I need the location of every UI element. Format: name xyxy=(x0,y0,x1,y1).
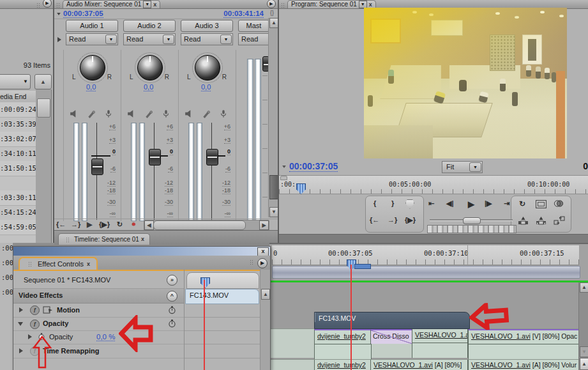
table-row[interactable]: :00 xyxy=(1,274,13,281)
table-row[interactable]: :00 xyxy=(1,288,13,296)
opacity-value[interactable]: 0,0 % xyxy=(96,333,115,341)
show-hide-effects-button[interactable]: » xyxy=(167,275,177,286)
panel-grip-icon[interactable] xyxy=(56,3,61,8)
close-icon[interactable]: x xyxy=(87,261,90,267)
timeline-ruler[interactable]: 0 00:00:37:05 00:00:37:10 00:00:37:15 xyxy=(272,245,579,265)
tab-audio-mixer[interactable]: Audio Mixer: Sequence 01 ▼ x xyxy=(63,0,160,8)
go-prev-edit-button[interactable]: ⇤ xyxy=(428,199,434,208)
mixer-current-timecode[interactable]: 00:00:37:05 xyxy=(63,10,103,18)
scrollbar-thumb[interactable] xyxy=(269,175,278,199)
timeline-clip[interactable]: VESHALOVO_1.avi [A] [80%] xyxy=(370,360,468,370)
mixer-h-scrollbar[interactable]: ◀ ▶ xyxy=(144,220,269,231)
dropdown-arrow-icon[interactable]: ▼ xyxy=(105,35,117,44)
project-scroll-up-button[interactable]: ▲ xyxy=(34,74,52,89)
trim-icon[interactable] xyxy=(554,216,565,225)
table-row[interactable]: :31:50:15 xyxy=(0,161,36,176)
timeline-clip[interactable]: VESHALOVO_1.avi [A] [80%] Volur xyxy=(468,360,580,370)
scroll-up-button[interactable]: ▲ xyxy=(269,18,278,28)
extract-icon[interactable] xyxy=(536,216,547,225)
panel-grip-icon[interactable] xyxy=(250,259,254,265)
loop-button[interactable]: ↻ xyxy=(519,199,525,208)
pan-value[interactable]: 0,0 xyxy=(144,83,153,91)
fader-track[interactable] xyxy=(211,123,212,220)
close-icon[interactable]: x xyxy=(153,1,156,8)
fx-section-video-effects[interactable]: Video Effects ^ xyxy=(13,289,184,304)
timeline-clip[interactable]: VESHALOVO_1.a xyxy=(412,329,468,358)
work-area-bar[interactable] xyxy=(272,266,580,279)
go-next-edit-button[interactable]: ⇥ xyxy=(504,199,509,208)
safe-margins-icon[interactable] xyxy=(536,200,547,208)
expand-triangle-icon[interactable] xyxy=(19,348,23,353)
expand-triangle-icon[interactable] xyxy=(19,307,23,312)
project-column-header[interactable]: edia End xyxy=(0,91,36,103)
jog-wheel[interactable] xyxy=(427,225,516,233)
fx-enabled-icon[interactable]: ƒ xyxy=(30,320,40,329)
fader-track[interactable] xyxy=(154,123,155,220)
timeline-scrollbar[interactable]: ▲ ▼ ▲ xyxy=(578,282,588,370)
track-name-button[interactable]: Audio 3 xyxy=(181,20,233,32)
mute-track-icon[interactable] xyxy=(70,109,79,118)
timeline-clip[interactable]: dvijenie_tumby2 xyxy=(314,329,372,359)
shuttle-slider[interactable] xyxy=(430,217,513,222)
automation-mode-select[interactable]: Read ▼ xyxy=(66,33,118,45)
go-to-out-button[interactable]: →} xyxy=(388,216,397,224)
go-to-in-button[interactable]: {← xyxy=(370,216,379,224)
play-in-to-out-button[interactable]: {▶} xyxy=(99,220,110,229)
stopwatch-icon[interactable] xyxy=(168,305,176,314)
marker-icon[interactable] xyxy=(405,199,414,209)
table-row[interactable]: :03:30:114 xyxy=(0,190,36,206)
output-settings-icon[interactable] xyxy=(554,199,564,208)
pan-knob-cap[interactable] xyxy=(137,55,163,81)
dropdown-arrow-icon[interactable]: ▼ xyxy=(163,35,174,44)
record-track-icon[interactable] xyxy=(104,109,113,118)
scroll-right-button[interactable]: ▶ xyxy=(259,220,269,230)
set-out-point-button[interactable]: } xyxy=(391,199,394,207)
timeline-transition-cross-dissolve[interactable]: Cross Disso xyxy=(370,329,413,344)
table-row[interactable]: :33:02:07 xyxy=(0,132,36,147)
collapse-triangle-icon[interactable] xyxy=(18,322,23,326)
dropdown-arrow-icon[interactable]: ▼ xyxy=(143,1,151,8)
table-row[interactable]: :54:59:05 xyxy=(0,220,36,235)
pan-knob[interactable] xyxy=(77,52,108,83)
go-to-in-button[interactable]: {← xyxy=(56,220,66,228)
window-titlebar[interactable]: x xyxy=(13,247,270,256)
table-row[interactable]: :00 xyxy=(1,244,13,252)
project-panel-menu-button[interactable]: ▶ xyxy=(43,0,52,8)
scrollbar-thumb[interactable] xyxy=(153,220,246,230)
fx-row-motion[interactable]: ƒ Motion xyxy=(13,304,184,318)
table-row[interactable]: :34:10:11 xyxy=(0,146,36,162)
pan-value[interactable]: 0,0 xyxy=(86,83,96,91)
play-button[interactable]: ▶ xyxy=(87,220,92,229)
close-icon[interactable]: x xyxy=(141,234,144,245)
fx-panel-menu-button[interactable]: ▶ xyxy=(257,258,268,268)
dropdown-arrow-icon[interactable]: ▼ xyxy=(469,162,481,172)
automation-mode-select[interactable]: Read ▼ xyxy=(181,33,233,45)
dropdown-arrow-icon[interactable]: ▼ xyxy=(220,35,232,44)
mute-track-icon[interactable] xyxy=(185,109,193,118)
solo-track-icon[interactable] xyxy=(144,109,153,118)
play-button[interactable]: ▶ xyxy=(468,199,474,209)
track-name-button[interactable]: Audio 2 xyxy=(123,20,176,32)
shuttle-handle[interactable] xyxy=(463,217,481,224)
table-row[interactable] xyxy=(0,176,36,191)
pan-knob[interactable] xyxy=(192,52,223,83)
stopwatch-icon[interactable] xyxy=(168,319,176,328)
program-time-ruler[interactable]: :00: 00:05:00:00 00:10:00:00 xyxy=(279,175,588,194)
table-row[interactable]: :00:09:24 xyxy=(0,102,36,118)
scroll-left-button[interactable]: ◀ xyxy=(144,220,154,230)
work-area-handle[interactable] xyxy=(280,176,287,180)
solo-track-icon[interactable] xyxy=(202,109,211,118)
program-current-timecode[interactable]: 00:00:37:05 xyxy=(289,161,338,172)
mute-track-icon[interactable] xyxy=(127,109,136,118)
fx-scrollbar[interactable]: ▲ xyxy=(260,270,270,370)
table-row[interactable]: :54:15:24 xyxy=(0,205,36,220)
audio-mixer-panel-menu-button[interactable]: ▶ xyxy=(267,0,276,8)
scrollbar-thumb[interactable] xyxy=(37,98,50,118)
scroll-up-button[interactable]: ▲ xyxy=(580,282,588,293)
table-row[interactable]: :03:35:397 xyxy=(0,117,36,132)
fx-row-opacity[interactable]: ƒ Opacity xyxy=(13,318,184,331)
fx-mini-ruler[interactable] xyxy=(186,272,259,289)
zoom-level-select[interactable]: Fit ▼ xyxy=(442,161,483,173)
pan-knob[interactable] xyxy=(135,52,165,83)
fx-mini-clip-bar[interactable]: FC143.MOV xyxy=(185,289,259,304)
